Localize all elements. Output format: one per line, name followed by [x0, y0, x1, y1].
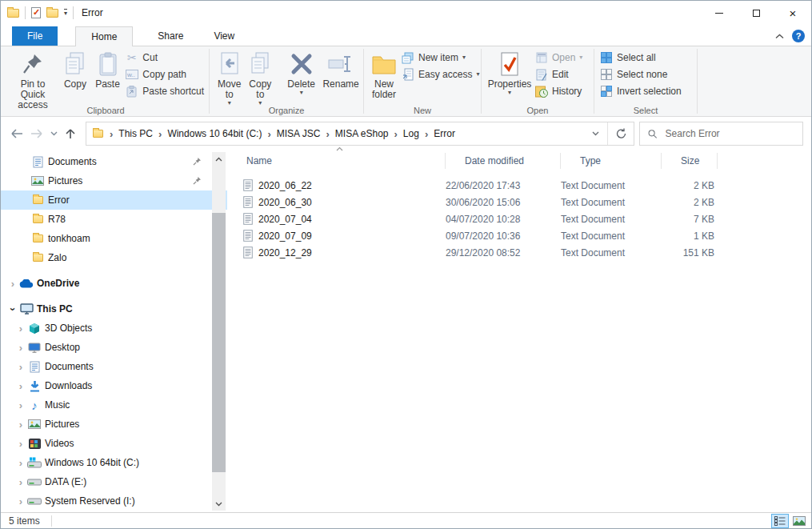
chevron-expanded-icon[interactable]: › [7, 303, 19, 315]
cut-button[interactable]: ✂ Cut [125, 51, 204, 64]
sidebar-item-label: OneDrive [37, 278, 79, 289]
select-all-button[interactable]: Select all [599, 51, 682, 64]
properties-qat-icon[interactable] [31, 7, 41, 18]
rename-button[interactable]: Rename [320, 49, 362, 91]
paste-shortcut-button[interactable]: Paste shortcut [125, 85, 204, 98]
breadcrumb-this-pc[interactable]: This PC [116, 126, 155, 141]
copy-path-button[interactable]: w.. Copy path [125, 68, 204, 81]
sidebar-item-documents[interactable]: › Documents [1, 357, 227, 376]
maximize-button[interactable] [738, 1, 774, 25]
sidebar-item-label: System Reserved (I:) [45, 495, 135, 507]
sidebar-item-pictures-quick[interactable]: Pictures [1, 171, 227, 190]
column-header-name[interactable]: Name [227, 153, 446, 169]
new-item-button[interactable]: New item ▾ [401, 51, 479, 64]
sidebar-item-videos[interactable]: › Videos [1, 434, 227, 453]
copy-button[interactable]: Copy [60, 49, 90, 91]
forward-icon[interactable] [30, 129, 43, 138]
column-header-type[interactable]: Type [561, 153, 662, 169]
chevron-right-icon[interactable]: › [15, 361, 26, 373]
sidebar-item-pictures[interactable]: › Pictures [1, 415, 227, 434]
sidebar-item-zalo[interactable]: Zalo [1, 248, 227, 267]
new-folder-qat-icon[interactable] [46, 9, 58, 18]
chevron-right-icon[interactable]: › [15, 419, 26, 431]
sidebar-item-documents-quick[interactable]: Documents [1, 152, 227, 171]
up-icon[interactable] [65, 128, 76, 139]
search-box[interactable] [639, 122, 803, 146]
chevron-right-icon[interactable]: › [15, 457, 26, 469]
scroll-up-icon[interactable] [212, 152, 226, 166]
sidebar-item-tonkhoam[interactable]: tonkhoam [1, 229, 227, 248]
paste-button[interactable]: Paste [92, 49, 124, 91]
chevron-right-icon[interactable]: › [15, 495, 26, 507]
details-view-button[interactable] [771, 514, 789, 528]
copy-to-button[interactable]: Copy to ▾ [246, 49, 274, 108]
table-row[interactable]: 2020_07_04 04/07/2020 10:28 Text Documen… [227, 210, 811, 227]
chevron-right-icon[interactable]: › [15, 399, 26, 411]
sidebar-item-error[interactable]: Error [1, 190, 227, 210]
new-group-label: New [364, 106, 481, 115]
select-none-button[interactable]: Select none [599, 68, 682, 81]
invert-selection-button[interactable]: Invert selection [599, 85, 682, 98]
large-icons-view-button[interactable] [790, 514, 808, 528]
address-dropdown-icon[interactable] [584, 131, 607, 136]
sidebar-item-3d-objects[interactable]: › 3D Objects [1, 319, 227, 338]
move-to-button[interactable]: Move to ▾ [214, 49, 244, 108]
tab-file[interactable]: File [12, 26, 58, 46]
edit-button[interactable]: Edit [534, 68, 582, 81]
chevron-right-icon[interactable]: › [7, 278, 18, 290]
tab-view[interactable]: View [198, 26, 250, 46]
column-header-size[interactable]: Size [662, 153, 718, 169]
sidebar-item-drive-i[interactable]: › System Reserved (I:) [1, 491, 227, 511]
help-icon[interactable]: ? [792, 30, 805, 42]
table-row[interactable]: 2020_12_29 29/12/2020 08:52 Text Documen… [227, 244, 811, 261]
sidebar-item-downloads[interactable]: › Downloads [1, 376, 227, 395]
table-row[interactable]: 2020_06_22 22/06/2020 17:43 Text Documen… [227, 177, 811, 194]
column-header-date-modified[interactable]: Date modified [446, 153, 561, 169]
recent-locations-icon[interactable] [50, 131, 58, 136]
sidebar-item-r78[interactable]: R78 [1, 210, 227, 229]
sidebar-item-desktop[interactable]: › Desktop [1, 338, 227, 357]
close-button[interactable]: × [774, 1, 811, 25]
sort-ascending-icon [336, 146, 343, 151]
table-row[interactable]: 2020_06_30 30/06/2020 15:06 Text Documen… [227, 194, 811, 210]
sidebar-item-music[interactable]: › ♪ Music [1, 395, 227, 415]
chevron-right-icon[interactable]: › [15, 380, 26, 392]
column-label: Size [681, 155, 699, 166]
breadcrumb-log[interactable]: Log [401, 126, 422, 141]
search-input[interactable] [664, 127, 794, 140]
chevron-right-icon[interactable]: › [15, 476, 26, 488]
chevron-right-icon[interactable]: › [15, 323, 26, 335]
sidebar-item-drive-c[interactable]: › Windows 10 64bit (C:) [1, 453, 227, 472]
minimize-button[interactable] [701, 1, 738, 25]
pin-to-quick-access-button[interactable]: Pin to Quick access [7, 49, 58, 112]
refresh-button[interactable] [607, 122, 634, 145]
back-icon[interactable] [10, 129, 23, 138]
history-button[interactable]: History [534, 85, 582, 98]
scrollbar-thumb[interactable] [212, 213, 226, 472]
breadcrumb-misa-eshop[interactable]: MISA eShop [333, 126, 391, 141]
properties-button[interactable]: Properties ▾ [486, 49, 533, 98]
qat-customize-dropdown-icon[interactable]: ▾ [64, 9, 67, 17]
table-row[interactable]: 2020_07_09 09/07/2020 10:36 Text Documen… [227, 227, 811, 244]
sidebar-item-drive-e[interactable]: › DATA (E:) [1, 472, 227, 491]
scroll-down-icon[interactable] [212, 497, 226, 511]
sidebar-item-this-pc[interactable]: › This PC [1, 299, 227, 319]
sidebar-item-onedrive[interactable]: › OneDrive [1, 274, 227, 293]
new-folder-button[interactable]: New folder [369, 49, 399, 102]
open-button[interactable]: Open ▾ [534, 51, 582, 64]
tab-share[interactable]: Share [142, 26, 198, 46]
sidebar-item-label: tonkhoam [48, 233, 90, 244]
breadcrumb-misa-jsc[interactable]: MISA JSC [274, 126, 323, 141]
copy-to-label: Copy to [249, 79, 271, 100]
tab-home[interactable]: Home [75, 26, 133, 46]
collapse-ribbon-icon[interactable] [775, 34, 784, 39]
chevron-right-icon[interactable]: › [15, 438, 26, 450]
address-bar[interactable]: › This PC › Windows 10 64bit (C:) › MISA… [86, 122, 634, 146]
breadcrumb-error[interactable]: Error [431, 126, 458, 141]
delete-button[interactable]: Delete ▾ [284, 49, 318, 98]
chevron-right-icon[interactable]: › [15, 342, 26, 354]
easy-access-button[interactable]: Easy access ▾ [401, 68, 479, 81]
sidebar-scrollbar[interactable] [212, 152, 226, 511]
breadcrumb-drive-c[interactable]: Windows 10 64bit (C:) [165, 126, 264, 141]
cube-icon [26, 323, 42, 335]
